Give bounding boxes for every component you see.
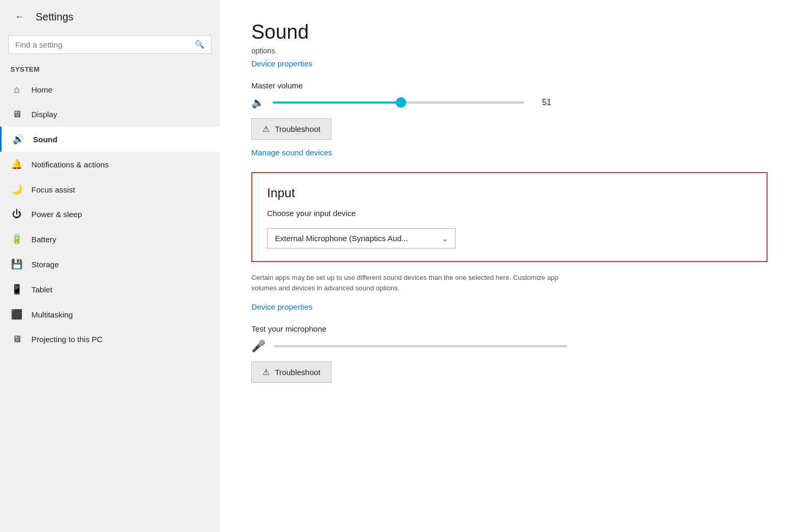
- battery-nav-icon: 🔋: [10, 233, 23, 245]
- volume-slider-fill: [273, 101, 401, 104]
- warning-icon: ⚠: [262, 124, 270, 134]
- input-troubleshoot-button[interactable]: ⚠ Troubleshoot: [251, 361, 331, 383]
- test-mic-label: Test your microphone: [251, 324, 768, 333]
- output-troubleshoot-button[interactable]: ⚠ Troubleshoot: [251, 118, 331, 140]
- display-nav-icon: 🖥: [10, 109, 23, 120]
- input-troubleshoot-label: Troubleshoot: [275, 368, 320, 377]
- projecting-nav-label: Projecting to this PC: [31, 335, 103, 344]
- sidebar-item-sound[interactable]: 🔊 Sound: [0, 127, 220, 152]
- tablet-nav-icon: 📱: [10, 284, 23, 295]
- output-troubleshoot-label: Troubleshoot: [275, 124, 320, 133]
- notifications-nav-label: Notifications & actions: [31, 160, 109, 169]
- search-box[interactable]: 🔍: [8, 35, 212, 54]
- main-content: Sound options. Device properties Master …: [220, 0, 799, 532]
- sidebar-title: Settings: [36, 11, 73, 23]
- input-section: Input Choose your input device External …: [251, 172, 768, 262]
- choose-input-label: Choose your input device: [267, 209, 752, 218]
- volume-value: 51: [532, 98, 551, 107]
- storage-nav-icon: 💾: [10, 258, 23, 270]
- home-nav-icon: ⌂: [10, 84, 23, 95]
- test-microphone-section: Test your microphone 🎤 ⚠ Troubleshoot: [251, 324, 768, 383]
- projecting-nav-icon: 🖥: [10, 334, 23, 345]
- sidebar-item-storage[interactable]: 💾 Storage: [0, 252, 220, 277]
- volume-slider-thumb[interactable]: [396, 97, 406, 108]
- input-caption: Certain apps may be set up to use differ…: [251, 273, 565, 293]
- search-input[interactable]: [15, 40, 191, 49]
- search-icon: 🔍: [195, 40, 205, 49]
- sidebar-item-home[interactable]: ⌂ Home: [0, 77, 220, 102]
- input-device-dropdown[interactable]: External Microphone (Synaptics Aud...: [267, 228, 456, 248]
- storage-nav-label: Storage: [31, 260, 59, 269]
- power-nav-label: Power & sleep: [31, 210, 82, 219]
- tablet-nav-label: Tablet: [31, 285, 52, 294]
- sound-nav-label: Sound: [33, 135, 58, 144]
- sidebar: ← Settings 🔍 System ⌂ Home 🖥 Display 🔊 S…: [0, 0, 220, 532]
- sidebar-item-power[interactable]: ⏻ Power & sleep: [0, 202, 220, 227]
- sidebar-item-focus[interactable]: 🌙 Focus assist: [0, 177, 220, 202]
- sidebar-item-display[interactable]: 🖥 Display: [0, 102, 220, 127]
- master-volume-section: Master volume 🔈 51 ⚠ Troubleshoot Manage…: [251, 81, 768, 157]
- sound-nav-icon: 🔊: [12, 133, 25, 145]
- multitasking-nav-label: Multitasking: [31, 310, 73, 319]
- warning-icon-2: ⚠: [262, 367, 270, 377]
- sidebar-item-multitasking[interactable]: ⬛ Multitasking: [0, 302, 220, 327]
- manage-sound-devices-link[interactable]: Manage sound devices: [251, 148, 332, 157]
- input-device-dropdown-wrapper: External Microphone (Synaptics Aud... ⌄: [267, 228, 456, 248]
- mic-level-track: [274, 345, 567, 347]
- notifications-nav-icon: 🔔: [10, 159, 23, 170]
- sidebar-item-projecting[interactable]: 🖥 Projecting to this PC: [0, 327, 220, 352]
- sidebar-item-notifications[interactable]: 🔔 Notifications & actions: [0, 152, 220, 177]
- page-title: Sound: [251, 21, 768, 43]
- search-container: 🔍: [0, 32, 220, 62]
- subtitle-text: options.: [251, 47, 768, 55]
- battery-nav-label: Battery: [31, 235, 57, 244]
- output-device-properties-link[interactable]: Device properties: [251, 59, 313, 68]
- multitasking-nav-icon: ⬛: [10, 309, 23, 320]
- volume-slider-track[interactable]: [273, 101, 524, 104]
- display-nav-label: Display: [31, 110, 57, 119]
- microphone-icon: 🎤: [251, 339, 265, 353]
- focus-nav-label: Focus assist: [31, 185, 75, 194]
- volume-icon: 🔈: [251, 96, 264, 109]
- home-nav-label: Home: [31, 85, 52, 94]
- power-nav-icon: ⏻: [10, 209, 23, 220]
- mic-test-row: 🎤: [251, 339, 768, 353]
- sidebar-item-battery[interactable]: 🔋 Battery: [0, 227, 220, 252]
- input-device-properties-link[interactable]: Device properties: [251, 302, 313, 311]
- volume-row: 🔈 51: [251, 96, 768, 109]
- focus-nav-icon: 🌙: [10, 184, 23, 195]
- back-button[interactable]: ←: [10, 9, 28, 25]
- sidebar-header: ← Settings: [0, 0, 220, 32]
- sidebar-item-tablet[interactable]: 📱 Tablet: [0, 277, 220, 302]
- input-section-heading: Input: [267, 186, 752, 200]
- nav-list: ⌂ Home 🖥 Display 🔊 Sound 🔔 Notifications…: [0, 77, 220, 352]
- master-volume-label: Master volume: [251, 81, 768, 90]
- system-section-label: System: [0, 62, 220, 77]
